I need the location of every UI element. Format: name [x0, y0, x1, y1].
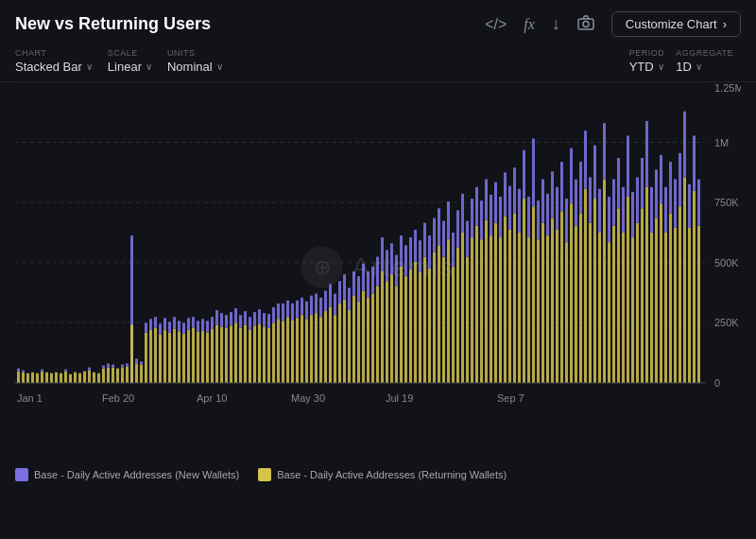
- download-icon[interactable]: ↓: [552, 14, 560, 34]
- svg-rect-275: [664, 187, 667, 233]
- svg-rect-114: [286, 317, 289, 383]
- svg-rect-20: [36, 374, 39, 383]
- svg-rect-284: [688, 228, 691, 383]
- svg-rect-286: [693, 191, 696, 383]
- svg-rect-128: [319, 317, 322, 383]
- svg-rect-46: [126, 367, 129, 383]
- camera-icon[interactable]: [577, 15, 594, 34]
- svg-rect-227: [551, 171, 554, 217]
- svg-rect-182: [447, 239, 450, 383]
- svg-rect-127: [315, 294, 318, 314]
- chart-area: ⊕ Artemis 0 250K 500K 750K 1M 1.25M: [0, 82, 756, 461]
- svg-rect-133: [329, 284, 332, 307]
- svg-rect-117: [291, 304, 294, 320]
- svg-rect-164: [404, 276, 407, 383]
- svg-rect-232: [565, 242, 568, 383]
- scale-select[interactable]: Linear: [108, 60, 152, 74]
- svg-rect-185: [452, 233, 455, 267]
- chart-select[interactable]: Stacked Bar: [15, 60, 93, 74]
- svg-rect-183: [447, 201, 450, 239]
- svg-rect-209: [508, 186, 511, 230]
- svg-rect-104: [263, 326, 266, 382]
- svg-rect-129: [319, 298, 322, 318]
- svg-rect-289: [697, 180, 700, 226]
- svg-rect-144: [357, 302, 360, 383]
- svg-rect-186: [456, 247, 459, 383]
- header-actions: </> fx ↓ Customize Chart ›: [485, 11, 741, 37]
- svg-rect-77: [197, 321, 199, 331]
- scale-selector[interactable]: SCALE Linear: [108, 48, 152, 74]
- svg-rect-189: [461, 194, 464, 233]
- svg-rect-214: [523, 199, 525, 383]
- formula-icon[interactable]: fx: [524, 16, 535, 33]
- svg-rect-176: [433, 252, 436, 382]
- svg-rect-55: [145, 322, 147, 332]
- svg-rect-115: [286, 301, 289, 317]
- svg-rect-110: [277, 319, 280, 383]
- svg-rect-108: [272, 322, 275, 383]
- svg-rect-122: [305, 319, 308, 383]
- code-icon[interactable]: </>: [485, 16, 507, 33]
- svg-rect-288: [697, 226, 700, 383]
- svg-rect-200: [490, 235, 492, 383]
- svg-rect-99: [249, 317, 251, 329]
- svg-rect-287: [693, 135, 696, 190]
- period-selector[interactable]: PERIOD YTD: [629, 48, 665, 74]
- units-selector[interactable]: UNITS Nominal: [167, 48, 223, 74]
- svg-rect-134: [334, 315, 336, 383]
- svg-rect-228: [556, 230, 558, 383]
- svg-rect-278: [674, 228, 677, 383]
- svg-rect-259: [627, 135, 629, 197]
- svg-rect-43: [116, 369, 119, 383]
- svg-rect-123: [305, 302, 308, 319]
- svg-rect-199: [485, 180, 488, 220]
- svg-rect-239: [579, 162, 582, 213]
- svg-rect-234: [570, 203, 573, 383]
- svg-rect-203: [494, 183, 497, 223]
- svg-rect-229: [556, 187, 558, 230]
- svg-rect-18: [26, 374, 29, 383]
- svg-rect-70: [182, 334, 185, 383]
- svg-rect-158: [390, 274, 393, 383]
- svg-rect-137: [338, 281, 341, 304]
- svg-rect-236: [575, 226, 577, 383]
- svg-rect-16: [22, 373, 25, 383]
- svg-rect-34: [88, 368, 91, 371]
- svg-rect-80: [206, 333, 209, 383]
- period-select[interactable]: YTD: [629, 60, 665, 74]
- svg-rect-49: [130, 324, 133, 383]
- svg-rect-69: [178, 321, 180, 331]
- chart-legend: Base - Daily Active Addresses (New Walle…: [0, 461, 756, 489]
- svg-rect-198: [485, 220, 488, 383]
- svg-rect-192: [471, 237, 473, 383]
- customize-chart-button[interactable]: Customize Chart ›: [611, 11, 741, 37]
- svg-text:1.25M: 1.25M: [714, 82, 741, 94]
- svg-rect-124: [310, 315, 313, 383]
- svg-rect-38: [102, 365, 105, 368]
- svg-text:Jan 1: Jan 1: [17, 392, 43, 404]
- aggregate-select[interactable]: 1D: [676, 60, 733, 74]
- units-select[interactable]: Nominal: [167, 60, 223, 74]
- svg-rect-125: [310, 296, 313, 316]
- svg-rect-96: [244, 324, 247, 383]
- svg-rect-136: [338, 304, 341, 383]
- aggregate-selector[interactable]: AGGREGATE 1D: [676, 48, 733, 74]
- svg-rect-256: [622, 233, 625, 383]
- svg-rect-68: [178, 332, 180, 383]
- svg-rect-91: [230, 312, 232, 325]
- svg-rect-230: [560, 211, 563, 383]
- svg-rect-250: [608, 242, 610, 383]
- svg-rect-156: [386, 281, 388, 383]
- svg-rect-218: [532, 206, 535, 383]
- svg-rect-279: [674, 180, 677, 228]
- chart-selector[interactable]: CHART Stacked Bar: [15, 48, 93, 74]
- svg-rect-161: [395, 255, 398, 287]
- svg-rect-126: [315, 313, 318, 383]
- svg-rect-109: [272, 307, 275, 322]
- svg-rect-223: [541, 180, 544, 223]
- svg-rect-258: [627, 197, 629, 383]
- svg-rect-100: [253, 325, 256, 383]
- svg-rect-248: [603, 180, 606, 383]
- svg-rect-152: [376, 286, 379, 383]
- svg-rect-212: [518, 233, 521, 383]
